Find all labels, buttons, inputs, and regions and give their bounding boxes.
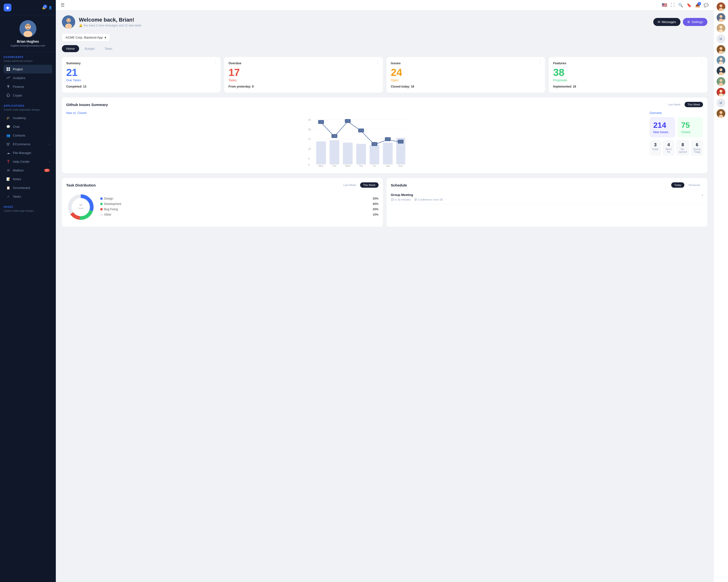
sidebar-item-chat[interactable]: 💬 Chat [4, 122, 52, 131]
task-week-toggle: Last Week This Week [340, 182, 379, 188]
sidebar-top-icons: 🔔 3 👤 [42, 6, 52, 9]
stat-number: 38 [553, 67, 703, 78]
svg-point-42 [347, 120, 349, 122]
search-icon[interactable]: 🔍 [678, 3, 683, 7]
rp-avatar-7[interactable] [717, 77, 725, 86]
sub-stat-number: 8 [679, 142, 687, 147]
chevron-right-icon[interactable]: › [702, 193, 703, 197]
rp-avatar-placeholder-1[interactable]: M [717, 34, 725, 43]
svg-text:Sun: Sun [398, 165, 403, 167]
svg-point-54 [400, 141, 401, 143]
dashboards-label: DASHBOARDS [4, 56, 52, 58]
applications-sub: Custom made application designs [4, 108, 52, 111]
applications-section: APPLICATIONS Custom made application des… [0, 101, 56, 202]
stat-title: Overdue [229, 61, 379, 65]
stat-label: Due Tasks [66, 78, 216, 82]
today-button[interactable]: Today [671, 182, 684, 188]
chevron-right-icon: › [49, 160, 50, 163]
legend-item-dev: Development 40% [100, 202, 379, 206]
sidebar-item-filemanager[interactable]: ☁ File Manager [4, 148, 52, 157]
sub-stat-number: 6 [694, 142, 701, 147]
sidebar-item-finance[interactable]: Finance [4, 82, 52, 91]
svg-text:Mon: Mon [319, 165, 323, 167]
sub-stat-label: Fixed [652, 148, 658, 150]
this-week-button[interactable]: This Week [684, 102, 703, 107]
settings-button[interactable]: ⚙ Settings [683, 18, 707, 26]
sidebar-item-helpcenter[interactable]: ❓ Help Center › [4, 157, 52, 166]
github-issues-card: Github Issues Summary Last Week This Wee… [62, 98, 707, 173]
legend-dot-other [100, 213, 103, 216]
fullscreen-icon[interactable]: ⛶ [671, 3, 675, 7]
sidebar-item-contacts[interactable]: 👥 Contacts [4, 131, 52, 140]
svg-rect-29 [343, 143, 353, 164]
notifications-icon[interactable]: 🔔 3 [42, 6, 46, 9]
line-chart-area: New vs. Closed 45 36 27 18 9 0 [66, 111, 645, 169]
menu-icon[interactable]: ☰ [61, 2, 64, 8]
tomorrow-button[interactable]: Tomorrow [685, 182, 703, 188]
svg-point-71 [720, 4, 722, 7]
sidebar-item-academy[interactable]: 🎓 Academy [4, 113, 52, 122]
legend-item-design: Design 30% [100, 197, 379, 200]
card-menu-icon[interactable]: ⋮ [538, 60, 542, 64]
sidebar-item-project[interactable]: Project [4, 65, 52, 74]
crypto-icon: ₿ [6, 93, 10, 98]
bottom-row: Task Distribution Last Week This Week 40… [62, 178, 707, 227]
sidebar-item-crypto[interactable]: ₿ Crypto [4, 91, 52, 100]
tab-team[interactable]: Team [100, 45, 117, 52]
messages-icon[interactable]: 💬 [704, 3, 709, 7]
task-this-week-button[interactable]: This Week [360, 182, 379, 188]
svg-text:Tasks: Tasks [78, 207, 84, 210]
week-toggle: Last Week This Week [665, 102, 703, 107]
sidebar-item-label: Scrumboard [13, 186, 30, 190]
rp-avatar-6[interactable] [717, 66, 725, 75]
sidebar-item-label: File Manager [13, 151, 31, 155]
card-menu-icon[interactable]: ⋮ [213, 60, 218, 64]
card-menu-icon[interactable]: ⋮ [700, 60, 704, 64]
welcome-actions: ✉ Messages ⚙ Settings [653, 18, 707, 26]
user-icon[interactable]: 👤 [48, 6, 52, 9]
inbox-icon[interactable]: 📥 5 [695, 3, 700, 7]
status-dot [723, 9, 725, 11]
sidebar-item-mailbox[interactable]: ✉ Mailbox 27 [4, 166, 52, 175]
rp-avatar-3[interactable] [717, 24, 725, 32]
stat-sub: Completed: 13 [66, 85, 216, 88]
messages-button[interactable]: ✉ Messages [653, 18, 680, 26]
svg-point-74 [720, 15, 722, 18]
svg-point-48 [373, 144, 375, 145]
last-week-button[interactable]: Last Week [665, 102, 683, 107]
project-selector[interactable]: ACME Corp. Backend App ▾ [62, 33, 110, 41]
rp-avatar-1[interactable] [717, 2, 725, 11]
svg-point-14 [67, 20, 68, 20]
rp-avatar-8[interactable] [717, 88, 725, 96]
stat-number: 21 [66, 67, 216, 78]
sidebar-item-ecommerce[interactable]: 🛒 ECommerce › [4, 140, 52, 148]
rp-avatar-9[interactable] [717, 109, 725, 118]
svg-point-3 [26, 26, 27, 27]
card-menu-icon[interactable]: ⋮ [375, 60, 380, 64]
sidebar-item-scrumboard[interactable]: 📋 Scrumboard [4, 183, 52, 192]
sidebar-item-analytics[interactable]: Analytics [4, 74, 52, 82]
status-dot [723, 73, 725, 75]
svg-text:27: 27 [308, 138, 311, 141]
rp-avatar-5[interactable] [717, 56, 725, 64]
sidebar-item-tasks[interactable]: ✓ Tasks [4, 192, 52, 201]
tab-home[interactable]: Home [62, 45, 79, 52]
help-icon: ❓ [6, 159, 10, 164]
task-last-week-button[interactable]: Last Week [340, 182, 359, 188]
sidebar-item-label: Analytics [13, 76, 25, 80]
rp-avatar-placeholder-2[interactable]: M [717, 99, 725, 107]
sub-stats-grid: 3 Fixed 4 Won't Fix 8 Re-opened 6 [650, 140, 703, 156]
rp-avatar-2[interactable] [717, 13, 725, 22]
flag-icon[interactable]: 🇺🇸 [662, 2, 667, 8]
tab-budget[interactable]: Budget [80, 45, 99, 52]
stat-card-overdue: ⋮ Overdue 17 Tasks From yesterday: 9 [224, 57, 383, 93]
sidebar-item-label: Help Center [13, 160, 30, 163]
svg-point-36 [320, 121, 322, 123]
academy-icon: 🎓 [6, 116, 10, 120]
sub-stat-number: 3 [652, 142, 658, 147]
bookmark-icon[interactable]: 🔖 [687, 3, 692, 7]
project-selector-label: ACME Corp. Backend App [66, 36, 103, 39]
sidebar-item-notes[interactable]: 📝 Notes [4, 175, 52, 183]
rp-avatar-4[interactable] [717, 45, 725, 54]
svg-text:Tue: Tue [333, 165, 337, 167]
